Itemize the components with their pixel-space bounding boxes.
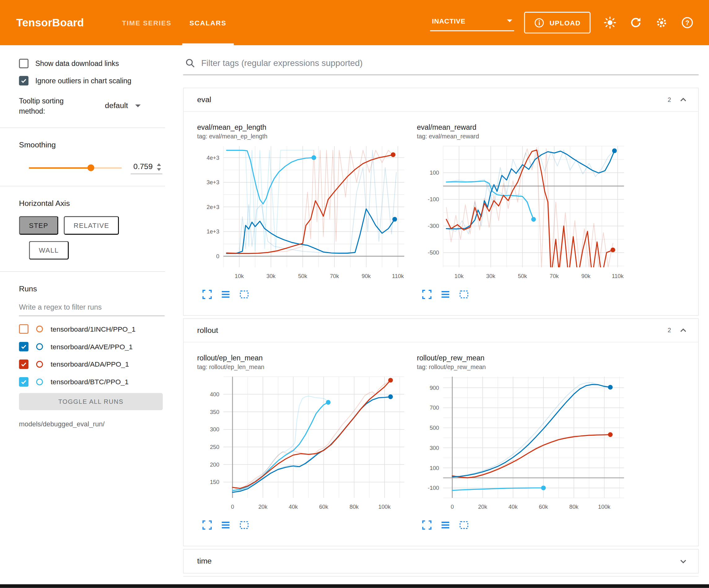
chart-menu-icon[interactable] <box>440 519 451 530</box>
run-row-ada[interactable]: tensorboard/ADA/PPO_1 <box>19 359 165 369</box>
divider <box>0 272 165 272</box>
svg-text:110k: 110k <box>612 273 624 279</box>
chart-menu-icon[interactable] <box>220 519 231 530</box>
ignore-outliers-checkbox[interactable]: Ignore outliers in chart scaling <box>19 76 165 85</box>
axis-wall-button[interactable]: WALL <box>29 241 69 260</box>
svg-text:80k: 80k <box>349 504 359 510</box>
chevron-up-icon[interactable] <box>678 326 688 335</box>
expand-chart-icon[interactable] <box>421 289 432 300</box>
horizontal-axis-label: Horizontal Axis <box>19 199 165 208</box>
log-directory-path: models/debugged_eval_run/ <box>19 420 165 428</box>
toggle-all-runs-button[interactable]: TOGGLE ALL RUNS <box>19 393 162 410</box>
chart-menu-icon[interactable] <box>440 289 451 300</box>
horizontal-axis-buttons: STEP RELATIVE <box>19 216 165 235</box>
svg-text:10k: 10k <box>235 273 244 279</box>
run-color-ring[interactable] <box>36 379 43 385</box>
run-checkbox[interactable] <box>19 377 28 387</box>
help-icon[interactable]: ? <box>681 17 694 29</box>
section-count-badge: 2 <box>667 96 671 103</box>
smoothing-slider-fill <box>29 168 91 169</box>
section-time: time <box>183 549 699 573</box>
fit-data-icon[interactable] <box>239 289 250 300</box>
chevron-down-icon[interactable] <box>678 556 688 566</box>
run-color-ring[interactable] <box>36 343 43 350</box>
tab-time-series[interactable]: TIME SERIES <box>113 0 181 45</box>
checkbox-icon[interactable] <box>19 59 28 69</box>
svg-text:0: 0 <box>231 504 234 510</box>
spinner-arrows-icon[interactable] <box>156 162 161 171</box>
next-section-edge <box>183 576 699 582</box>
svg-text:350: 350 <box>210 409 219 415</box>
run-checkbox[interactable] <box>19 342 28 352</box>
svg-text:90k: 90k <box>362 273 371 279</box>
status-dropdown[interactable]: INACTIVE <box>430 14 514 31</box>
upload-button[interactable]: UPLOAD <box>524 12 590 33</box>
run-color-ring[interactable] <box>36 361 43 368</box>
tooltip-sorting-dropdown[interactable]: default <box>105 101 140 111</box>
chart-toolbar <box>417 289 629 300</box>
runs-filter-input[interactable] <box>19 301 164 316</box>
refresh-icon[interactable] <box>629 17 642 29</box>
run-row-1inch[interactable]: tensorboard/1INCH/PPO_1 <box>19 324 165 334</box>
svg-text:2e+3: 2e+3 <box>207 204 219 210</box>
run-color-ring[interactable] <box>36 326 43 333</box>
svg-text:300: 300 <box>210 426 219 433</box>
app-header: TensorBoard TIME SERIES SCALARS INACTIVE… <box>0 0 709 45</box>
run-row-aave[interactable]: tensorboard/AAVE/PPO_1 <box>19 342 165 352</box>
tooltip-sorting-label: Tooltip sorting method: <box>19 96 91 116</box>
svg-text:100k: 100k <box>378 504 391 510</box>
header-actions: INACTIVE UPLOAD ? <box>430 12 693 33</box>
line-chart[interactable]: 10k30k50k70k90k110k100-100-300-500 <box>417 143 629 285</box>
section-rollout-header[interactable]: rollout 2 <box>184 319 698 342</box>
svg-text:0: 0 <box>451 504 454 510</box>
expand-chart-icon[interactable] <box>202 289 212 300</box>
tab-scalars[interactable]: SCALARS <box>181 0 236 45</box>
chart-eval-mean-reward: eval/mean_reward tag: eval/mean_reward 1… <box>417 124 629 300</box>
expand-chart-icon[interactable] <box>202 519 212 530</box>
chevron-up-icon[interactable] <box>678 95 688 105</box>
fit-data-icon[interactable] <box>239 519 250 530</box>
run-checkbox[interactable] <box>19 324 28 334</box>
fit-data-icon[interactable] <box>458 519 469 530</box>
runs-label: Runs <box>19 285 165 293</box>
svg-text:900: 900 <box>430 385 439 391</box>
line-chart[interactable]: 020k40k60k80k100k-100100300500700900 <box>417 373 629 515</box>
svg-text:60k: 60k <box>319 504 329 510</box>
tag-filter-input[interactable] <box>201 58 697 68</box>
smoothing-slider-thumb[interactable] <box>88 164 95 171</box>
line-chart[interactable]: 020k40k60k80k100k150200250300350400 <box>197 373 410 515</box>
section-eval-header[interactable]: eval 2 <box>184 88 698 112</box>
run-checkbox[interactable] <box>19 359 28 369</box>
svg-text:1e+3: 1e+3 <box>207 228 219 235</box>
info-icon <box>534 17 545 28</box>
axis-relative-button[interactable]: RELATIVE <box>64 216 119 235</box>
section-count-badge: 2 <box>667 327 671 334</box>
svg-text:300: 300 <box>430 445 439 451</box>
eval-charts: eval/mean_ep_length tag: eval/mean_ep_le… <box>184 112 698 315</box>
section-time-header[interactable]: time <box>184 549 698 573</box>
chart-menu-icon[interactable] <box>220 289 231 300</box>
run-row-btc[interactable]: tensorboard/BTC/PPO_1 <box>19 377 165 387</box>
settings-gear-icon[interactable] <box>655 17 668 29</box>
show-download-links-checkbox[interactable]: Show data download links <box>19 59 165 69</box>
smoothing-slider[interactable] <box>29 163 121 173</box>
svg-text:200: 200 <box>210 461 219 468</box>
svg-text:150: 150 <box>210 479 219 485</box>
svg-text:250: 250 <box>210 444 219 450</box>
divider <box>0 186 165 186</box>
section-rollout: rollout 2 rollout/ep_len_mean tag: rollo… <box>183 318 699 546</box>
fit-data-icon[interactable] <box>458 289 469 300</box>
svg-text:80k: 80k <box>569 504 579 510</box>
axis-step-button[interactable]: STEP <box>19 216 58 235</box>
svg-text:50k: 50k <box>298 273 308 279</box>
svg-text:70k: 70k <box>330 273 339 279</box>
checkbox-icon[interactable] <box>19 76 28 85</box>
svg-text:-500: -500 <box>428 249 439 256</box>
brightness-icon[interactable] <box>604 17 616 29</box>
smoothing-value-input[interactable]: 0.759 <box>131 162 162 174</box>
svg-text:20k: 20k <box>258 504 267 510</box>
expand-chart-icon[interactable] <box>421 519 432 530</box>
svg-text:-100: -100 <box>428 196 439 203</box>
line-chart[interactable]: 10k30k50k70k90k110k01e+32e+33e+34e+3 <box>197 143 410 285</box>
content-area: Show data download links Ignore outliers… <box>0 45 709 588</box>
